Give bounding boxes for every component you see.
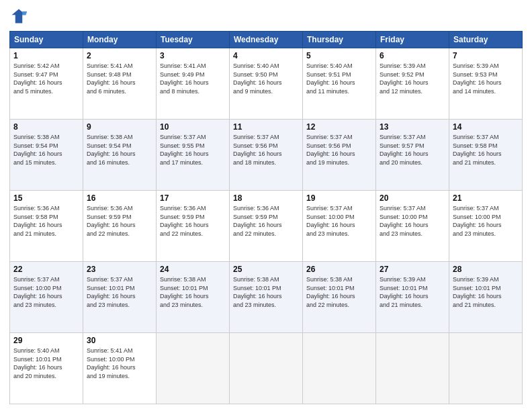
day-info-line: Sunrise: 5:37 AM — [233, 133, 299, 142]
day-info-line: and 19 minutes. — [87, 372, 152, 381]
calendar-cell: 29Sunrise: 5:40 AMSunset: 10:01 PMDaylig… — [10, 333, 83, 404]
day-number: 27 — [380, 265, 445, 274]
day-number: 12 — [306, 122, 372, 132]
day-info-line: and 21 minutes. — [453, 301, 519, 310]
day-info-line: and 11 minutes. — [306, 87, 372, 96]
day-info-line: and 14 minutes. — [453, 87, 519, 96]
calendar-week-4: 22Sunrise: 5:37 AMSunset: 10:00 PMDaylig… — [10, 262, 523, 333]
calendar-cell: 28Sunrise: 5:39 AMSunset: 10:01 PMDaylig… — [449, 262, 523, 333]
day-info-line: Sunset: 9:56 PM — [306, 142, 372, 150]
day-info-line: and 15 minutes. — [13, 158, 79, 167]
day-info-line: Sunset: 9:49 PM — [160, 71, 226, 79]
svg-marker-0 — [12, 9, 26, 24]
day-info-line: Daylight: 16 hours — [160, 79, 226, 87]
day-info-line: Sunset: 10:01 PM — [380, 284, 445, 293]
day-info-line: and 9 minutes. — [233, 87, 299, 96]
day-info-line: and 21 minutes. — [380, 301, 445, 310]
day-info-line: Daylight: 16 hours — [160, 292, 226, 301]
day-info-line: and 22 minutes. — [87, 230, 152, 238]
day-number: 30 — [87, 336, 152, 345]
day-info-line: Daylight: 16 hours — [380, 150, 445, 158]
day-info-line: and 5 minutes. — [13, 87, 79, 96]
calendar-cell: 11Sunrise: 5:37 AMSunset: 9:56 PMDayligh… — [230, 120, 303, 191]
calendar-week-2: 8Sunrise: 5:38 AMSunset: 9:54 PMDaylight… — [10, 120, 523, 191]
calendar-cell — [303, 333, 376, 404]
day-number: 8 — [13, 122, 79, 132]
day-info-line: Sunrise: 5:37 AM — [453, 133, 519, 142]
day-info-line: Sunrise: 5:37 AM — [87, 275, 152, 284]
day-number: 2 — [87, 51, 152, 60]
day-header-tuesday: Tuesday — [157, 32, 230, 48]
day-info-line: Daylight: 16 hours — [453, 150, 519, 158]
day-number: 14 — [453, 122, 519, 132]
day-info-line: Sunrise: 5:39 AM — [453, 275, 519, 284]
day-info-line: Sunset: 9:55 PM — [160, 142, 226, 150]
day-info-line: Sunrise: 5:40 AM — [233, 62, 299, 71]
day-info-line: Sunset: 9:53 PM — [453, 71, 519, 79]
page: SundayMondayTuesdayWednesdayThursdayFrid… — [0, 0, 532, 411]
day-info-line: and 23 minutes. — [13, 301, 79, 310]
day-info-line: Sunset: 9:51 PM — [306, 71, 372, 79]
day-info-line: Sunrise: 5:41 AM — [160, 62, 226, 71]
calendar-cell: 6Sunrise: 5:39 AMSunset: 9:52 PMDaylight… — [376, 48, 449, 120]
day-header-friday: Friday — [376, 32, 449, 48]
day-info-line: Daylight: 16 hours — [380, 221, 445, 230]
day-number: 21 — [453, 193, 519, 203]
day-info-line: Daylight: 16 hours — [233, 221, 299, 230]
day-info-line: Sunrise: 5:37 AM — [453, 204, 519, 213]
day-info-line: and 6 minutes. — [87, 87, 152, 96]
day-info-line: Sunrise: 5:36 AM — [160, 204, 226, 213]
calendar-cell: 2Sunrise: 5:41 AMSunset: 9:48 PMDaylight… — [83, 48, 157, 120]
calendar-week-3: 15Sunrise: 5:36 AMSunset: 9:58 PMDayligh… — [10, 191, 523, 262]
day-number: 10 — [160, 122, 226, 132]
day-info-line: Sunrise: 5:41 AM — [87, 347, 152, 355]
calendar-cell: 3Sunrise: 5:41 AMSunset: 9:49 PMDaylight… — [157, 48, 230, 120]
day-info-line: Sunset: 9:57 PM — [380, 142, 445, 150]
day-info-line: Sunset: 10:00 PM — [380, 213, 445, 222]
calendar-cell: 23Sunrise: 5:37 AMSunset: 10:01 PMDaylig… — [83, 262, 157, 333]
day-info-line: Daylight: 16 hours — [13, 221, 79, 230]
day-number: 18 — [233, 193, 299, 203]
calendar-cell: 14Sunrise: 5:37 AMSunset: 9:58 PMDayligh… — [449, 120, 523, 191]
day-info-line: Daylight: 16 hours — [306, 221, 372, 230]
day-number: 4 — [233, 51, 299, 60]
calendar-cell: 15Sunrise: 5:36 AMSunset: 9:58 PMDayligh… — [10, 191, 83, 262]
day-info-line: Daylight: 16 hours — [87, 221, 152, 230]
calendar-cell: 4Sunrise: 5:40 AMSunset: 9:50 PMDaylight… — [230, 48, 303, 120]
day-info-line: Daylight: 16 hours — [13, 150, 79, 158]
calendar-cell: 12Sunrise: 5:37 AMSunset: 9:56 PMDayligh… — [303, 120, 376, 191]
day-info-line: Daylight: 16 hours — [453, 221, 519, 230]
day-info-line: Daylight: 16 hours — [453, 79, 519, 87]
day-info-line: Daylight: 16 hours — [160, 221, 226, 230]
day-info-line: and 23 minutes. — [453, 230, 519, 238]
calendar-cell: 10Sunrise: 5:37 AMSunset: 9:55 PMDayligh… — [157, 120, 230, 191]
day-info-line: Sunset: 10:00 PM — [453, 213, 519, 222]
day-number: 5 — [306, 51, 372, 60]
calendar-body: 1Sunrise: 5:42 AMSunset: 9:47 PMDaylight… — [10, 48, 523, 404]
day-info-line: Sunrise: 5:38 AM — [87, 133, 152, 142]
svg-marker-1 — [22, 11, 27, 15]
logo-icon — [9, 7, 28, 26]
day-info-line: Sunset: 9:59 PM — [160, 213, 226, 222]
day-info-line: Sunrise: 5:38 AM — [306, 275, 372, 284]
calendar-cell — [449, 333, 523, 404]
day-info-line: Sunrise: 5:37 AM — [13, 275, 79, 284]
day-info-line: Sunset: 10:01 PM — [306, 284, 372, 293]
day-info-line: and 21 minutes. — [13, 230, 79, 238]
day-info-line: Sunset: 10:01 PM — [160, 284, 226, 293]
day-info-line: Sunrise: 5:37 AM — [160, 133, 226, 142]
day-info-line: Sunrise: 5:39 AM — [380, 275, 445, 284]
day-info-line: Sunset: 9:48 PM — [87, 71, 152, 79]
day-info-line: Sunrise: 5:42 AM — [13, 62, 79, 71]
day-info-line: and 23 minutes. — [306, 230, 372, 238]
day-info-line: Daylight: 16 hours — [160, 150, 226, 158]
day-number: 16 — [87, 193, 152, 203]
day-info-line: Sunrise: 5:41 AM — [87, 62, 152, 71]
day-info-line: Daylight: 16 hours — [380, 79, 445, 87]
day-header-saturday: Saturday — [449, 32, 523, 48]
day-number: 11 — [233, 122, 299, 132]
day-number: 6 — [380, 51, 445, 60]
day-info-line: Sunset: 9:54 PM — [13, 142, 79, 150]
day-info-line: Daylight: 16 hours — [306, 150, 372, 158]
day-info-line: Sunrise: 5:40 AM — [13, 347, 79, 355]
